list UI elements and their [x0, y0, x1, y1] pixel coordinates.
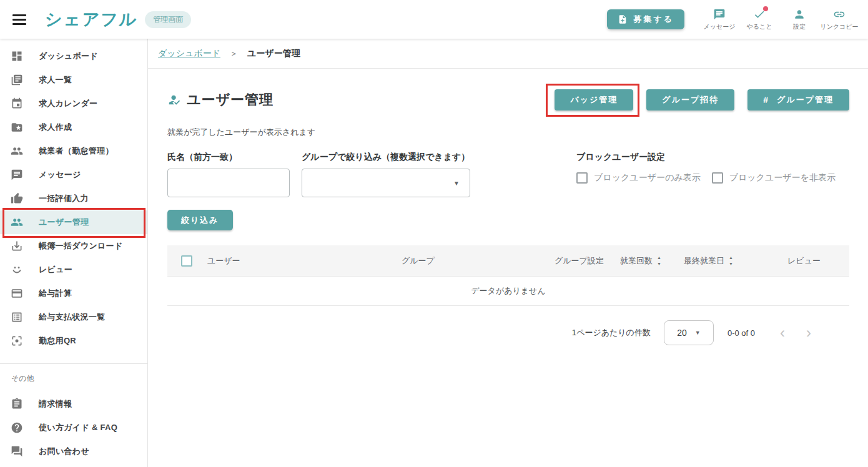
topbar-action-settings[interactable]: 設定	[779, 8, 819, 31]
name-filter-input[interactable]	[167, 169, 290, 197]
sidebar-item-label: 給与計算	[39, 288, 72, 299]
column-header-label: 就業回数	[620, 255, 653, 267]
table-header-row: ユーザー グループ グループ設定 就業回数 ▲ ▼ 最終就業日 ▲	[167, 245, 849, 277]
sidebar-item-job-calendar[interactable]: 求人カレンダー	[0, 92, 147, 116]
sort-asc-icon[interactable]: ▲	[657, 255, 661, 260]
sort-desc-icon[interactable]: ▼	[729, 262, 733, 266]
page-title: ユーザー管理	[187, 91, 274, 109]
next-page-button[interactable]: ›	[802, 325, 815, 340]
message-icon	[713, 8, 726, 21]
qr-scan-icon	[11, 335, 23, 347]
block-only-checkbox[interactable]	[576, 172, 588, 184]
group-manage-label: グループ管理	[777, 94, 834, 106]
sidebar-item-label: ダッシュボード	[39, 51, 98, 62]
topbar-action-label: メッセージ	[704, 22, 736, 31]
payroll-card-icon	[11, 287, 23, 300]
sidebar-item-workers[interactable]: 就業者（勤怠管理）	[0, 139, 147, 163]
content: ユーザー管理 バッジ管理 グループ招待 # グループ管理	[148, 69, 868, 345]
submit-row: 絞り込み	[167, 210, 849, 230]
block-user-options: ブロックユーザーのみ表示 ブロックユーザーを非表示	[576, 172, 836, 184]
filter-submit-button[interactable]: 絞り込み	[167, 210, 233, 230]
sidebar-item-attendance-qr[interactable]: 勤怠用QR	[0, 329, 147, 353]
sidebar-item-label: 一括評価入力	[39, 193, 89, 204]
group-invite-button[interactable]: グループ招待	[646, 89, 734, 111]
dashboard-icon	[11, 50, 23, 62]
per-page-value: 20	[677, 328, 687, 338]
recruit-button-label: 募集する	[633, 14, 674, 25]
link-copy-icon	[833, 8, 846, 21]
sidebar-item-label: 求人カレンダー	[39, 98, 97, 109]
payment-list-icon	[11, 311, 23, 323]
topbar-action-link-copy[interactable]: リンクコピー	[819, 8, 859, 31]
sidebar-item-guide-faq[interactable]: 使い方ガイド & FAQ	[0, 416, 147, 440]
column-header-group-setting: グループ設定	[555, 255, 620, 267]
name-filter-group: 氏名（前方一致）	[167, 152, 290, 197]
sidebar: ダッシュボード 求人一覧 求人カレンダー 求人作成 就業者（勤怠管理）	[0, 39, 148, 467]
badge-manage-label: バッジ管理	[570, 94, 618, 106]
column-header-review: レビュー	[759, 255, 849, 267]
column-header-user: ユーザー	[207, 255, 402, 267]
thumb-up-icon	[11, 192, 23, 205]
page-title-wrap: ユーザー管理	[167, 91, 274, 109]
message-icon	[11, 169, 23, 181]
breadcrumb: ダッシュボード ＞ ユーザー管理	[148, 39, 868, 69]
group-filter-select[interactable]: ▼	[302, 169, 470, 197]
topbar-action-todo[interactable]: やること	[739, 8, 779, 31]
admin-badge: 管理画面	[145, 11, 191, 28]
sidebar-item-dashboard[interactable]: ダッシュボード	[0, 44, 147, 68]
sidebar-divider	[0, 363, 147, 364]
column-header-work-count: 就業回数 ▲ ▼	[620, 255, 684, 267]
sort-asc-icon[interactable]: ▲	[729, 255, 733, 260]
page-subtitle: 就業が完了したユーザーが表示されます	[167, 127, 849, 138]
sidebar-item-payment-status[interactable]: 給与支払状況一覧	[0, 305, 147, 329]
sidebar-item-user-management[interactable]: ユーザー管理	[0, 210, 147, 234]
help-icon	[11, 421, 23, 434]
sidebar-item-label: 求人作成	[39, 122, 72, 133]
group-filter-group: グループで絞り込み（複数選択できます） ▼	[302, 152, 470, 197]
breadcrumb-current: ユーザー管理	[247, 48, 300, 59]
sort-control-work-count[interactable]: ▲ ▼	[657, 255, 661, 266]
sort-control-last-work-date[interactable]: ▲ ▼	[729, 255, 733, 266]
contact-icon	[11, 445, 23, 458]
topbar-action-label: リンクコピー	[820, 22, 858, 31]
sidebar-item-ledger-download[interactable]: 帳簿一括ダウンロード	[0, 234, 147, 258]
pagination: 1ページあたりの件数 20 ▼ 0-0 of 0 ‹ ›	[167, 320, 849, 345]
sidebar-item-contact[interactable]: お問い合わせ	[0, 440, 147, 463]
select-all-checkbox[interactable]	[181, 255, 192, 267]
table-header-checkbox-cell	[167, 255, 207, 267]
block-only-option[interactable]: ブロックユーザーのみ表示	[576, 172, 701, 184]
sidebar-item-bulk-review[interactable]: 一括評価入力	[0, 187, 147, 210]
notification-dot	[763, 6, 768, 11]
filter-row: 氏名（前方一致） グループで絞り込み（複数選択できます） ▼ ブロックユーザー設…	[167, 152, 849, 197]
block-hide-checkbox[interactable]	[712, 172, 723, 184]
sidebar-item-reviews[interactable]: レビュー	[0, 258, 147, 282]
badge-manage-button[interactable]: バッジ管理	[555, 89, 633, 111]
sidebar-item-label: 勤怠用QR	[39, 335, 76, 347]
sidebar-item-billing[interactable]: 請求情報	[0, 392, 147, 416]
title-actions: バッジ管理 グループ招待 # グループ管理	[555, 89, 849, 111]
hamburger-menu-icon[interactable]	[12, 14, 26, 25]
recruit-button[interactable]: 募集する	[607, 9, 684, 29]
sidebar-item-label: レビュー	[39, 264, 72, 275]
sidebar-item-label: 就業者（勤怠管理）	[39, 145, 114, 157]
users-table: ユーザー グループ グループ設定 就業回数 ▲ ▼ 最終就業日 ▲	[167, 245, 849, 306]
sort-desc-icon[interactable]: ▼	[657, 262, 661, 266]
sidebar-item-payroll[interactable]: 給与計算	[0, 282, 147, 305]
sidebar-item-job-create[interactable]: 求人作成	[0, 116, 147, 139]
per-page-select[interactable]: 20 ▼	[664, 320, 714, 345]
person-icon	[793, 8, 806, 21]
group-manage-button[interactable]: # グループ管理	[747, 89, 849, 111]
prev-page-button[interactable]: ‹	[776, 325, 789, 340]
block-hide-option[interactable]: ブロックユーザーを非表示	[712, 172, 836, 184]
todo-check-icon	[753, 8, 766, 21]
block-only-label: ブロックユーザーのみ表示	[594, 172, 701, 184]
sidebar-item-label: ユーザー管理	[39, 217, 89, 228]
breadcrumb-link-dashboard[interactable]: ダッシュボード	[158, 48, 220, 59]
sidebar-item-job-list[interactable]: 求人一覧	[0, 68, 147, 92]
sidebar-item-label: 帳簿一括ダウンロード	[39, 240, 123, 252]
topbar-action-messages[interactable]: メッセージ	[699, 8, 739, 31]
title-row: ユーザー管理 バッジ管理 グループ招待 # グループ管理	[167, 89, 849, 111]
sidebar-item-messages[interactable]: メッセージ	[0, 163, 147, 187]
name-filter-label: 氏名（前方一致）	[167, 152, 290, 163]
chevron-down-icon: ▼	[453, 180, 460, 187]
